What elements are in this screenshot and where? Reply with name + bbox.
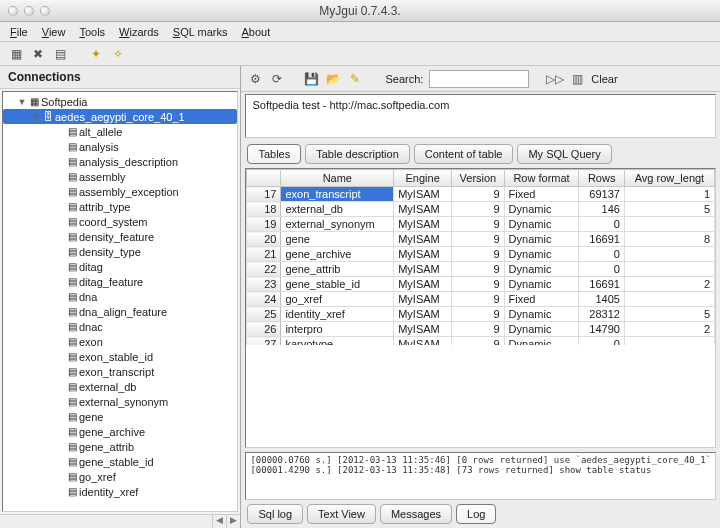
tree-table[interactable]: ▤analysis_description <box>3 154 237 169</box>
tree-table[interactable]: ▤assembly <box>3 169 237 184</box>
table-row[interactable]: 22gene_attribMyISAM9Dynamic0 <box>247 262 715 277</box>
connections-tree[interactable]: ▼▦Softpedia▼🗄aedes_aegypti_core_40_1▤alt… <box>2 91 238 512</box>
tables-grid-wrap: Name Engine Version Row format Rows Avg … <box>245 168 716 448</box>
col-engine[interactable]: Engine <box>394 170 452 187</box>
tree-table[interactable]: ▤density_type <box>3 244 237 259</box>
col-rows[interactable]: Rows <box>579 170 624 187</box>
right-toolbar: ⚙ ⟳ 💾 📂 ✎ Search: ▷▷ ▥ Clear <box>241 66 720 92</box>
menu-sqlmarks[interactable]: SQL marks <box>173 26 228 38</box>
tree-table[interactable]: ▤exon_transcript <box>3 364 237 379</box>
minimize-icon[interactable] <box>24 6 34 16</box>
titlebar: MyJgui 0.7.4.3. <box>0 0 720 22</box>
tree-table[interactable]: ▤dnac <box>3 319 237 334</box>
search-label: Search: <box>385 73 423 85</box>
tree-table[interactable]: ▤analysis <box>3 139 237 154</box>
tree-table[interactable]: ▤ditag <box>3 259 237 274</box>
search-input[interactable] <box>429 70 529 88</box>
tree-table[interactable]: ▤gene_stable_id <box>3 454 237 469</box>
zoom-icon[interactable] <box>40 6 50 16</box>
window-title: MyJgui 0.7.4.3. <box>319 4 400 18</box>
main-toolbar: ▦ ✖ ▤ ✦ ✧ <box>0 42 720 66</box>
tab-description[interactable]: Table description <box>305 144 410 164</box>
menu-wizards[interactable]: Wizards <box>119 26 159 38</box>
tree-table[interactable]: ▤external_synonym <box>3 394 237 409</box>
tree-connection[interactable]: ▼▦Softpedia <box>3 94 237 109</box>
clear-icon[interactable]: ✎ <box>347 71 363 87</box>
tree-table[interactable]: ▤gene_archive <box>3 424 237 439</box>
tab-content[interactable]: Content of table <box>414 144 514 164</box>
tab-log[interactable]: Log <box>456 504 496 524</box>
tab-textview[interactable]: Text View <box>307 504 376 524</box>
tree-table[interactable]: ▤coord_system <box>3 214 237 229</box>
wand-icon[interactable]: ✦ <box>88 46 104 62</box>
col-avg[interactable]: Avg row_lengt <box>624 170 714 187</box>
window-controls <box>8 6 50 16</box>
table-row[interactable]: 20geneMyISAM9Dynamic166918 <box>247 232 715 247</box>
menubar: File View Tools Wizards SQL marks About <box>0 22 720 42</box>
table-row[interactable]: 23gene_stable_idMyISAM9Dynamic166912 <box>247 277 715 292</box>
menu-file[interactable]: File <box>10 26 28 38</box>
menu-tools[interactable]: Tools <box>79 26 105 38</box>
table-row[interactable]: 18external_dbMyISAM9Dynamic1465 <box>247 202 715 217</box>
tree-table[interactable]: ▤ditag_feature <box>3 274 237 289</box>
sql-note[interactable]: Softpedia test - http://mac.softpedia.co… <box>245 94 716 138</box>
clear-button[interactable]: Clear <box>591 73 617 85</box>
tree-table[interactable]: ▤gene_attrib <box>3 439 237 454</box>
tool-icon[interactable]: ✖ <box>30 46 46 62</box>
tree-table[interactable]: ▤gene <box>3 409 237 424</box>
table-row[interactable]: 27karyotypeMyISAM9Dynamic0 <box>247 337 715 346</box>
table-row[interactable]: 17exon_transcriptMyISAM9Fixed691371 <box>247 187 715 202</box>
tree-table[interactable]: ▤alt_allele <box>3 124 237 139</box>
col-version[interactable]: Version <box>452 170 504 187</box>
menu-about[interactable]: About <box>241 26 270 38</box>
open-icon[interactable]: 📂 <box>325 71 341 87</box>
col-name[interactable]: Name <box>281 170 394 187</box>
tree-table[interactable]: ▤exon_stable_id <box>3 349 237 364</box>
tree-hscroll[interactable]: ◀ ▶ <box>0 514 240 528</box>
menu-view[interactable]: View <box>42 26 66 38</box>
scroll-left-icon[interactable]: ◀ <box>212 515 226 528</box>
table-row[interactable]: 25identity_xrefMyISAM9Dynamic283125 <box>247 307 715 322</box>
tree-database[interactable]: ▼🗄aedes_aegypti_core_40_1 <box>3 109 237 124</box>
tab-tables[interactable]: Tables <box>247 144 301 164</box>
wand2-icon[interactable]: ✧ <box>110 46 126 62</box>
tree-table[interactable]: ▤attrib_type <box>3 199 237 214</box>
table-row[interactable]: 19external_synonymMyISAM9Dynamic0 <box>247 217 715 232</box>
db-icon[interactable]: ▦ <box>8 46 24 62</box>
scroll-right-icon[interactable]: ▶ <box>226 515 240 528</box>
doc-icon[interactable]: ▤ <box>52 46 68 62</box>
panel-title: Connections <box>0 66 240 89</box>
col-rowfmt[interactable]: Row format <box>504 170 579 187</box>
table-row[interactable]: 26interproMyISAM9Dynamic147902 <box>247 322 715 337</box>
tree-table[interactable]: ▤dna_align_feature <box>3 304 237 319</box>
tree-table[interactable]: ▤external_db <box>3 379 237 394</box>
save-icon[interactable]: 💾 <box>303 71 319 87</box>
tree-table[interactable]: ▤density_feature <box>3 229 237 244</box>
tree-table[interactable]: ▤dna <box>3 289 237 304</box>
tree-table[interactable]: ▤exon <box>3 334 237 349</box>
table-row[interactable]: 21gene_archiveMyISAM9Dynamic0 <box>247 247 715 262</box>
tables-grid[interactable]: Name Engine Version Row format Rows Avg … <box>246 169 715 345</box>
search-icon[interactable]: ▥ <box>569 71 585 87</box>
tab-messages[interactable]: Messages <box>380 504 452 524</box>
bottom-tabs: Sql log Text View Messages Log <box>241 500 720 528</box>
connections-panel: Connections ▼▦Softpedia▼🗄aedes_aegypti_c… <box>0 66 241 528</box>
tab-query[interactable]: My SQL Query <box>517 144 611 164</box>
log-area[interactable]: [00000.0760 s.] [2012-03-13 11:35:46] [0… <box>245 452 716 500</box>
tree-table[interactable]: ▤assembly_exception <box>3 184 237 199</box>
refresh-icon[interactable]: ⟳ <box>269 71 285 87</box>
search-next-icon[interactable]: ▷▷ <box>547 71 563 87</box>
tree-table[interactable]: ▤identity_xref <box>3 484 237 499</box>
gear-icon[interactable]: ⚙ <box>247 71 263 87</box>
tab-sqllog[interactable]: Sql log <box>247 504 303 524</box>
close-icon[interactable] <box>8 6 18 16</box>
tree-table[interactable]: ▤go_xref <box>3 469 237 484</box>
main-tabs: Tables Table description Content of tabl… <box>241 140 720 164</box>
table-row[interactable]: 24go_xrefMyISAM9Fixed1405 <box>247 292 715 307</box>
